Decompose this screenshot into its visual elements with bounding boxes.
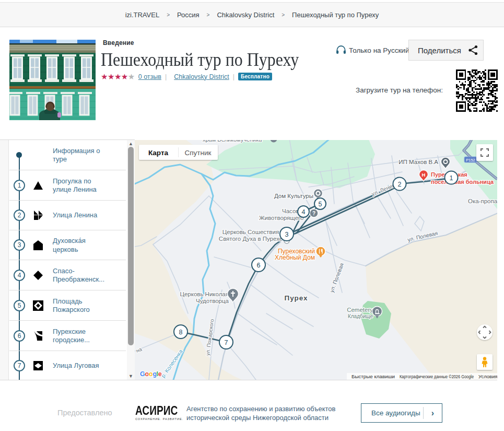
- svg-text:Церковь Николая: Церковь Николая: [180, 291, 229, 297]
- svg-text:?: ?: [312, 211, 315, 216]
- svg-text:Условия: Условия: [478, 374, 497, 379]
- svg-text:Быстрые клавиши: Быстрые клавиши: [351, 374, 395, 379]
- svg-text:7: 7: [225, 339, 228, 346]
- svg-text:G: G: [140, 370, 145, 378]
- svg-text:3: 3: [285, 231, 289, 238]
- svg-text:1: 1: [450, 174, 453, 182]
- svg-text:ИП Махов В.А: ИП Махов В.А: [398, 159, 438, 165]
- svg-text:Cemetery: Cemetery: [347, 307, 373, 313]
- svg-text:Картографические данные ©2026: Картографические данные ©2026 Google: [400, 374, 474, 379]
- svg-text:e: e: [158, 370, 162, 378]
- svg-text:Пурех: Пурех: [284, 294, 308, 302]
- svg-text:Н: Н: [422, 172, 426, 178]
- svg-text:2: 2: [398, 181, 402, 188]
- svg-text:храм Великомученика: храм Великомученика: [203, 140, 262, 143]
- svg-text:5: 5: [319, 201, 322, 208]
- svg-text:6: 6: [257, 262, 261, 269]
- svg-text:Р152: Р152: [466, 158, 475, 162]
- svg-text:Дом Культуры: Дом Культуры: [274, 193, 313, 199]
- svg-text:8: 8: [179, 329, 183, 336]
- svg-text:Кладбище: Кладбище: [348, 313, 373, 319]
- svg-text:Животворящего: Животворящего: [259, 215, 303, 221]
- svg-text:Спутник: Спутник: [185, 149, 212, 157]
- svg-text:Чудотворца: Чудотворца: [196, 298, 229, 304]
- svg-text:4: 4: [302, 208, 306, 216]
- svg-text:Хлебный Дом: Хлебный Дом: [275, 254, 315, 261]
- svg-text:Церковь Сошествия: Церковь Сошествия: [222, 229, 279, 235]
- svg-text:Ока-пропан: Ока-пропан: [468, 198, 497, 204]
- svg-text:Карта: Карта: [148, 149, 169, 157]
- svg-text:поселковая больница: поселковая больница: [431, 179, 494, 185]
- svg-text:Святого Духа в Пурехе: Святого Духа в Пурехе: [219, 236, 283, 242]
